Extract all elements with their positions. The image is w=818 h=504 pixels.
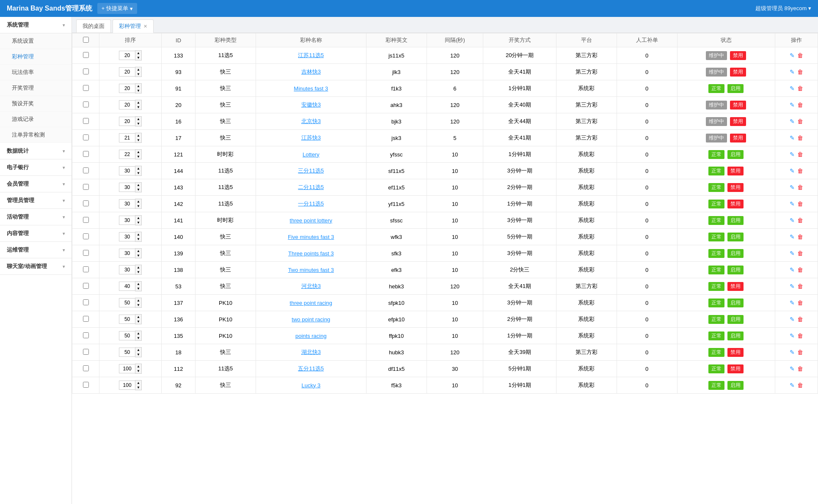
order-input[interactable] [119,298,135,307]
delete-icon[interactable]: 🗑 [797,52,803,59]
sidebar-item-order-anomaly[interactable]: 注单异常检测 [0,127,72,143]
edit-icon[interactable]: ✎ [790,151,795,158]
edit-icon[interactable]: ✎ [790,68,795,75]
edit-icon[interactable]: ✎ [790,134,795,141]
row-checkbox[interactable] [83,134,89,140]
status-badge[interactable]: 正常 [708,348,724,357]
order-up-arrow[interactable]: ▲ [135,381,141,385]
edit-icon[interactable]: ✎ [790,118,795,125]
edit-icon[interactable]: ✎ [790,184,795,191]
enable-badge[interactable]: 启用 [727,249,744,258]
edit-icon[interactable]: ✎ [790,217,795,224]
lottery-name-link[interactable]: Two minutes fast 3 [288,267,334,273]
order-up-arrow[interactable]: ▲ [135,117,141,121]
order-down-arrow[interactable]: ▼ [135,187,141,192]
order-up-arrow[interactable]: ▲ [135,67,141,72]
delete-icon[interactable]: 🗑 [797,283,803,290]
lottery-name-link[interactable]: 二分11选5 [298,184,324,190]
delete-icon[interactable]: 🗑 [797,332,803,339]
sidebar-group-stats[interactable]: 数据统计 ▾ [0,143,72,159]
order-up-arrow[interactable]: ▲ [135,51,141,55]
enable-badge[interactable]: 禁用 [727,282,744,291]
status-badge[interactable]: 正常 [708,200,724,208]
order-up-arrow[interactable]: ▲ [135,166,141,171]
order-down-arrow[interactable]: ▼ [135,336,141,340]
order-up-arrow[interactable]: ▲ [135,150,141,154]
order-input[interactable] [119,249,135,258]
order-up-arrow[interactable]: ▲ [135,249,141,253]
enable-badge[interactable]: 启用 [727,315,744,324]
row-checkbox[interactable] [83,250,89,256]
status-badge[interactable]: 正常 [708,183,724,192]
delete-icon[interactable]: 🗑 [797,151,803,158]
enable-badge[interactable]: 禁用 [730,134,746,142]
sidebar-group-operations[interactable]: 运维管理 ▾ [0,242,72,258]
enable-badge[interactable]: 禁用 [727,183,744,192]
lottery-name-link[interactable]: 五分11选5 [298,365,324,372]
lottery-name-link[interactable]: 江苏11选5 [298,52,324,58]
lottery-name-link[interactable]: 三分11选5 [298,167,324,174]
enable-badge[interactable]: 启用 [727,216,744,225]
order-down-arrow[interactable]: ▼ [135,286,141,291]
order-input[interactable] [119,199,135,208]
row-checkbox[interactable] [83,349,89,355]
delete-icon[interactable]: 🗑 [797,349,803,356]
status-badge[interactable]: 正常 [708,150,724,159]
status-badge[interactable]: 正常 [708,282,724,291]
row-checkbox[interactable] [83,316,89,322]
order-down-arrow[interactable]: ▼ [135,171,141,175]
tab-desktop[interactable]: 我的桌面 [76,19,111,33]
delete-icon[interactable]: 🗑 [797,316,803,323]
order-input[interactable] [119,265,135,274]
order-input[interactable] [119,150,135,159]
order-input[interactable] [119,51,135,60]
order-input[interactable] [119,183,135,192]
status-badge[interactable]: 正常 [708,331,724,340]
lottery-name-link[interactable]: Lucky 3 [301,382,320,389]
sidebar-item-play-odds[interactable]: 玩法倍率 [0,65,72,80]
order-down-arrow[interactable]: ▼ [135,121,141,126]
enable-badge[interactable]: 启用 [727,299,744,307]
enable-badge[interactable]: 禁用 [727,167,744,175]
status-badge[interactable]: 正常 [708,249,724,258]
enable-badge[interactable]: 禁用 [727,200,744,208]
order-up-arrow[interactable]: ▲ [135,199,141,204]
edit-icon[interactable]: ✎ [790,200,795,207]
order-input[interactable] [119,331,135,340]
delete-icon[interactable]: 🗑 [797,382,803,389]
enable-badge[interactable]: 启用 [727,150,744,159]
edit-icon[interactable]: ✎ [790,382,795,389]
enable-badge[interactable]: 启用 [727,331,744,340]
lottery-name-link[interactable]: Minutes fast 3 [294,85,328,92]
status-badge[interactable]: 正常 [708,364,724,373]
lottery-name-link[interactable]: Five minutes fast 3 [288,234,334,240]
row-checkbox[interactable] [83,167,89,173]
enable-badge[interactable]: 启用 [727,266,744,274]
enable-badge[interactable]: 禁用 [727,348,744,357]
status-badge[interactable]: 正常 [708,167,724,175]
tab-close-icon[interactable]: ✕ [143,24,147,29]
order-up-arrow[interactable]: ▲ [135,364,141,369]
order-input[interactable] [119,67,135,77]
edit-icon[interactable]: ✎ [790,52,795,59]
row-checkbox[interactable] [83,151,89,157]
delete-icon[interactable]: 🗑 [797,365,803,372]
order-input[interactable] [119,100,135,110]
lottery-name-link[interactable]: 一分11选5 [298,200,324,207]
order-input[interactable] [119,364,135,373]
sidebar-group-activities[interactable]: 活动管理 ▾ [0,209,72,225]
lottery-name-link[interactable]: 湖北快3 [301,349,321,355]
delete-icon[interactable]: 🗑 [797,250,803,257]
row-checkbox[interactable] [83,382,89,388]
sidebar-item-preset-draw[interactable]: 预设开奖 [0,96,72,112]
order-input[interactable] [119,282,135,291]
delete-icon[interactable]: 🗑 [797,68,803,75]
order-up-arrow[interactable]: ▲ [135,84,141,88]
sidebar-group-members[interactable]: 会员管理 ▾ [0,176,72,192]
lottery-name-link[interactable]: 河北快3 [301,283,321,289]
enable-badge[interactable]: 禁用 [730,101,746,110]
sidebar-group-content[interactable]: 内容管理 ▾ [0,225,72,242]
enable-badge[interactable]: 启用 [727,233,744,241]
row-checkbox[interactable] [83,200,89,206]
status-badge[interactable]: 正常 [708,266,724,274]
